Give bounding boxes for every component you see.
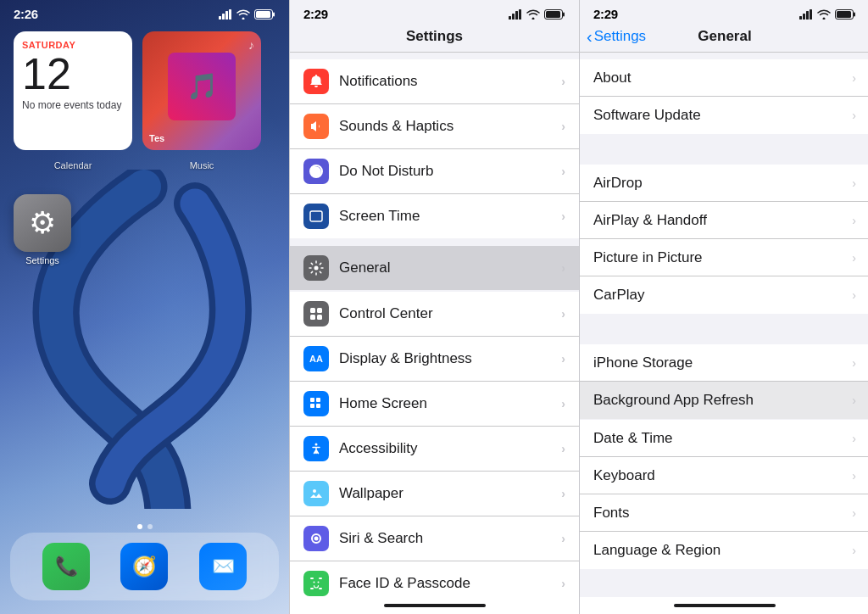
status-icons-settings	[509, 9, 565, 20]
general-group-1: About › Software Update ›	[580, 59, 868, 134]
back-button[interactable]: ‹ Settings	[587, 27, 646, 47]
settings-row-homescreen[interactable]: Home Screen ›	[290, 382, 579, 427]
settings-row-sounds[interactable]: Sounds & Haptics ›	[290, 104, 579, 149]
svg-rect-27	[310, 404, 314, 408]
home-screen-panel: 2:26 SATURDAY	[0, 0, 289, 614]
status-bar-home: 2:26	[0, 0, 289, 25]
general-row-datetime[interactable]: Date & Time ›	[580, 420, 868, 457]
chevron-icon: ›	[852, 71, 856, 85]
chevron-icon: ›	[561, 577, 565, 590]
settings-row-general[interactable]: General ›	[290, 246, 579, 290]
general-row-airdrop[interactable]: AirDrop ›	[580, 165, 868, 202]
svg-rect-19	[310, 211, 322, 221]
settings-group-3: Control Center › AA Display & Brightness…	[290, 292, 579, 597]
svg-rect-2	[225, 11, 228, 20]
screentime-icon	[303, 204, 329, 229]
battery-icon-g	[835, 9, 856, 20]
wifi-icon	[236, 9, 250, 20]
general-row-airplay[interactable]: AirPlay & Handoff ›	[580, 202, 868, 239]
homescreen-icon	[303, 391, 329, 416]
svg-text:🎵: 🎵	[186, 71, 219, 102]
general-row-about[interactable]: About ›	[580, 59, 868, 97]
faceid-icon	[303, 571, 329, 596]
general-row-keyboard[interactable]: Keyboard ›	[580, 457, 868, 494]
music-art: 🎵	[142, 31, 261, 150]
status-icons-general	[799, 9, 856, 20]
settings-row-notifications[interactable]: Notifications ›	[290, 59, 579, 104]
calendar-widget[interactable]: SATURDAY 12 No more events today	[14, 31, 132, 150]
settings-row-controlcenter[interactable]: Control Center ›	[290, 292, 579, 337]
general-row-bgrefresh[interactable]: Background App Refresh ›	[580, 382, 868, 419]
settings-panel: 2:29 Settings	[290, 0, 579, 614]
chevron-icon: ›	[561, 352, 565, 366]
chevron-icon: ›	[561, 75, 565, 88]
svg-point-36	[318, 582, 320, 583]
battery-icon-s	[544, 9, 565, 20]
general-title: General	[698, 28, 751, 45]
general-row-carplay[interactable]: CarPlay ›	[580, 276, 868, 314]
pip-label: Picture in Picture	[593, 249, 852, 266]
notifications-label: Notifications	[339, 73, 561, 90]
settings-row-siri[interactable]: Siri & Search ›	[290, 516, 579, 561]
general-group-3: iPhone Storage › Background App Refresh …	[580, 344, 868, 419]
airplay-label: AirPlay & Handoff	[593, 212, 852, 229]
svg-rect-41	[810, 9, 812, 20]
settings-row-screentime[interactable]: Screen Time ›	[290, 194, 579, 238]
general-row-softwareupdate[interactable]: Software Update ›	[580, 97, 868, 134]
settings-app-container[interactable]: ⚙ Settings	[0, 194, 289, 265]
svg-rect-13	[512, 14, 515, 20]
section-gap-2	[580, 314, 868, 344]
svg-rect-5	[273, 12, 275, 16]
general-row-language[interactable]: Language & Region ›	[580, 532, 868, 569]
svg-rect-44	[837, 11, 851, 18]
siri-icon	[303, 526, 329, 551]
svg-rect-3	[229, 9, 231, 20]
settings-row-display[interactable]: AA Display & Brightness ›	[290, 337, 579, 382]
faceid-label: Face ID & Passcode	[339, 575, 561, 592]
chevron-icon: ›	[561, 442, 565, 455]
settings-row-wallpaper[interactable]: Wallpaper ›	[290, 472, 579, 516]
signal-icon-s	[509, 9, 522, 20]
svg-point-30	[313, 489, 316, 493]
accessibility-icon	[303, 436, 329, 461]
display-label: Display & Brightness	[339, 350, 561, 367]
general-row-storage[interactable]: iPhone Storage ›	[580, 344, 868, 382]
music-widget[interactable]: ♪ 🎵 Tes	[142, 31, 261, 150]
svg-rect-15	[519, 9, 521, 20]
chevron-icon: ›	[852, 469, 856, 483]
keyboard-label: Keyboard	[593, 467, 852, 484]
album-art: 🎵	[168, 53, 236, 120]
svg-rect-34	[319, 588, 322, 589]
general-list: About › Software Update › AirDrop › AirP…	[580, 53, 868, 597]
svg-rect-1	[222, 14, 225, 20]
siri-label: Siri & Search	[339, 530, 561, 547]
svg-rect-23	[310, 315, 315, 320]
general-panel: 2:29 ‹ Settings General	[580, 0, 868, 614]
dock-phone-icon[interactable]: 📞	[42, 543, 90, 590]
svg-text:🧭: 🧭	[133, 555, 157, 578]
dock-mail-icon[interactable]: ✉️	[199, 543, 247, 590]
svg-point-29	[315, 444, 318, 446]
dock-safari-icon[interactable]: 🧭	[120, 543, 168, 590]
svg-rect-32	[319, 578, 322, 579]
settings-row-accessibility[interactable]: Accessibility ›	[290, 427, 579, 472]
page-dot-active	[137, 524, 142, 529]
chevron-icon: ›	[852, 251, 856, 265]
settings-list: Notifications › Sounds & Haptics › Do No…	[290, 53, 579, 597]
general-row-pip[interactable]: Picture in Picture ›	[580, 239, 868, 276]
settings-row-dnd[interactable]: Do Not Disturb ›	[290, 149, 579, 194]
bgrefresh-label: Background App Refresh	[593, 392, 852, 409]
settings-app-icon[interactable]: ⚙	[14, 194, 71, 252]
svg-rect-39	[803, 14, 805, 20]
status-time-settings: 2:29	[303, 7, 328, 21]
general-row-fonts[interactable]: Fonts ›	[580, 494, 868, 532]
bottom-indicator-settings	[290, 597, 579, 614]
svg-rect-33	[310, 588, 314, 589]
airdrop-label: AirDrop	[593, 175, 852, 192]
sounds-icon	[303, 114, 329, 139]
fonts-label: Fonts	[593, 505, 852, 522]
status-bar-general: 2:29	[580, 0, 868, 25]
calendar-subtitle: No more events today	[22, 99, 124, 111]
homescreen-label: Home Screen	[339, 395, 561, 412]
settings-row-faceid[interactable]: Face ID & Passcode ›	[290, 561, 579, 597]
